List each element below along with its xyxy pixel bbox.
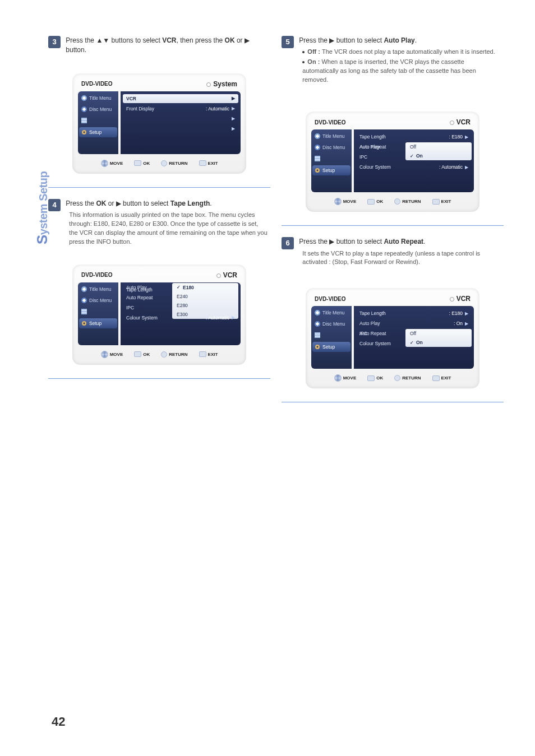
popup-item-e240[interactable]: E240: [172, 292, 238, 301]
wheel-icon: [101, 351, 108, 358]
nav-title-menu[interactable]: Title Menu: [78, 92, 118, 104]
popup-item-on[interactable]: ✓On: [405, 151, 472, 160]
osd-left-nav[interactable]: Title Menu Disc Menu Setup: [78, 91, 118, 154]
step-5-off: Off : The VCR does not play a tape autom…: [302, 48, 501, 57]
osd-title-dvdvideo: DVD-VIDEO: [315, 119, 346, 126]
disc-icon: [315, 321, 320, 327]
row-blank1: ▶: [121, 114, 241, 124]
round-icon: [161, 160, 167, 166]
footer-ok: OK: [367, 374, 383, 382]
nav-title-menu[interactable]: Title Menu: [78, 284, 118, 295]
check-icon: ✓: [177, 285, 181, 290]
footer-return: RETURN: [394, 374, 421, 382]
nav-setup[interactable]: Setup: [79, 127, 117, 137]
row-auto-play[interactable]: Auto Play: On▶: [354, 318, 474, 328]
footer-move: MOVE: [334, 374, 357, 382]
wheel-icon: [334, 374, 342, 382]
row-tape-length[interactable]: Tape Length: E180▶: [354, 132, 474, 142]
button-icon: [432, 375, 440, 381]
nav-disc-menu[interactable]: Disc Menu: [78, 104, 118, 115]
step-3-number: 3: [48, 36, 61, 48]
button-icon: [367, 375, 375, 381]
popup-item-e280[interactable]: E280: [172, 301, 238, 310]
step-4-sub: This information is usually printed on t…: [66, 211, 268, 247]
osd-title-dvdvideo: DVD-VIDEO: [315, 296, 346, 302]
check-icon: ✓: [410, 340, 414, 345]
row-blank2: ▶: [121, 124, 241, 134]
disc-icon: [81, 286, 87, 292]
osd-footer: MOVE OK RETURN EXIT: [78, 154, 241, 168]
nav-disc-menu[interactable]: Disc Menu: [78, 295, 118, 306]
bars-icon: [81, 309, 87, 314]
divider: [282, 402, 504, 402]
row-colour-system[interactable]: Colour System: Automatic▶: [354, 162, 474, 172]
nav-blank: [78, 115, 118, 126]
popup-item-off[interactable]: Off: [405, 142, 472, 151]
nav-blank: [311, 153, 352, 164]
chevron-right-icon: ▶: [232, 126, 235, 131]
footer-move: MOVE: [101, 351, 123, 358]
svg-point-3: [84, 323, 85, 324]
footer-exit: EXIT: [199, 351, 218, 358]
osd-right-panel: Tape Length: E180▶ Auto Play: On▶ Auto R…: [354, 306, 474, 369]
gear-icon: [315, 168, 320, 173]
row-vcr[interactable]: VCR ▶: [123, 94, 238, 103]
gear-icon: [315, 344, 320, 350]
footer-return: RETURN: [161, 160, 187, 167]
step-5-on: On : When a tape is inserted, the VCR pl…: [302, 58, 501, 85]
bars-icon: [81, 118, 87, 123]
step-3-text: Press the ▲▼ buttons to select VCR, then…: [66, 36, 268, 55]
step-5-text: Press the ▶ button to select Auto Play. …: [299, 36, 501, 85]
nav-setup[interactable]: Setup: [79, 318, 117, 328]
popup-auto-repeat[interactable]: Off ✓On: [405, 329, 472, 347]
divider: [48, 187, 270, 188]
side-tab-rest: ystem Setup: [37, 171, 49, 235]
osd-left-nav[interactable]: Title Menu Disc Menu Setup: [78, 282, 118, 345]
disc-icon: [315, 133, 320, 139]
step-4-block: 4 Press the OK or ▶ button to select Tap…: [48, 199, 270, 247]
nav-title-menu[interactable]: Title Menu: [311, 131, 352, 142]
page-number: 42: [52, 715, 65, 729]
button-icon: [199, 160, 206, 166]
nav-setup[interactable]: Setup: [312, 165, 350, 175]
osd-title-dvdvideo: DVD-VIDEO: [81, 272, 113, 278]
popup-auto-play[interactable]: Off ✓On: [405, 142, 472, 160]
popup-item-on[interactable]: ✓On: [405, 338, 472, 347]
footer-ok: OK: [134, 160, 150, 167]
osd-right-panel: VCR ▶ Front Display : Automatic▶ ▶ ▶: [121, 91, 241, 154]
round-icon: [394, 198, 400, 205]
osd-left-nav[interactable]: Title Menu Disc Menu Setup: [311, 306, 352, 369]
osd-title-vcr: VCR: [450, 295, 471, 303]
footer-move: MOVE: [101, 160, 123, 167]
osd-title-vcr: VCR: [450, 118, 471, 126]
osd-vcr-autorepeat: DVD-VIDEO VCR Title Menu Disc Menu Setup…: [306, 288, 479, 388]
disc-icon: [315, 310, 320, 316]
nav-title-menu[interactable]: Title Menu: [311, 307, 352, 318]
chevron-right-icon: ▶: [465, 311, 468, 316]
chevron-right-icon: ▶: [232, 315, 235, 320]
row-front-display[interactable]: Front Display : Automatic▶: [121, 104, 241, 114]
popup-tape-length[interactable]: ✓E180 E240 E280 E300: [172, 283, 238, 319]
wheel-icon: [334, 198, 342, 205]
osd-right-panel: Tape Length: E180▶ Auto Play Off ✓On Aut…: [354, 129, 474, 192]
popup-item-e180[interactable]: ✓E180: [172, 283, 238, 292]
step-6-text: Press the ▶ button to select Auto Repeat…: [299, 237, 501, 267]
nav-disc-menu[interactable]: Disc Menu: [311, 318, 352, 330]
popup-item-off[interactable]: Off: [405, 329, 472, 338]
button-icon: [367, 199, 375, 205]
footer-exit: EXIT: [432, 198, 451, 205]
disc-icon: [81, 298, 87, 303]
nav-setup[interactable]: Setup: [312, 342, 350, 352]
footer-ok: OK: [367, 198, 383, 205]
button-icon: [432, 199, 440, 205]
chevron-right-icon: ▶: [232, 106, 235, 111]
button-icon: [134, 351, 141, 357]
osd-system-menu: DVD-VIDEO System Title Menu Disc Menu Se…: [72, 73, 246, 174]
footer-move: MOVE: [334, 198, 357, 205]
step-5-block: 5 Press the ▶ button to select Auto Play…: [282, 36, 504, 85]
nav-blank: [78, 306, 118, 317]
divider: [282, 225, 504, 226]
nav-disc-menu[interactable]: Disc Menu: [311, 142, 352, 153]
osd-left-nav[interactable]: Title Menu Disc Menu Setup: [311, 129, 352, 192]
row-tape-length[interactable]: Tape Length: E180▶: [354, 308, 474, 318]
